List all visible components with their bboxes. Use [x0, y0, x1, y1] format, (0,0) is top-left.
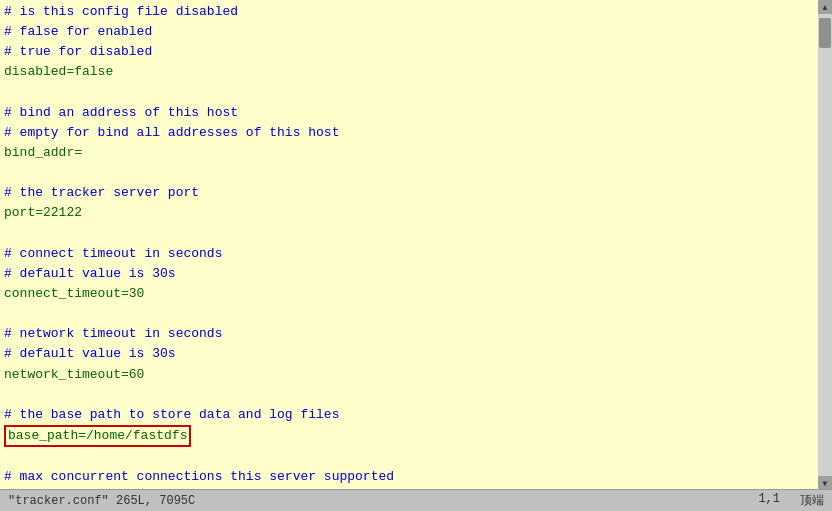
editor-line: # empty for bind all addresses of this h…	[4, 123, 824, 143]
code-area[interactable]: # is this config file disabled# false fo…	[0, 0, 832, 489]
scroll-up-button[interactable]: ▲	[818, 0, 832, 14]
editor-line	[4, 163, 824, 183]
editor-line	[4, 385, 824, 405]
editor-line: # connect timeout in seconds	[4, 244, 824, 264]
editor-line	[4, 83, 824, 103]
highlighted-code: base_path=/home/fastdfs	[4, 425, 191, 447]
editor-line: # the tracker server port	[4, 183, 824, 203]
editor-line: # bind an address of this host	[4, 103, 824, 123]
scroll-thumb[interactable]	[819, 18, 831, 48]
editor-line: max_connections=256	[4, 487, 824, 489]
editor-line: # default value is 30s	[4, 264, 824, 284]
editor-line: # is this config file disabled	[4, 2, 824, 22]
editor-line: # default value is 30s	[4, 344, 824, 364]
editor-line	[4, 224, 824, 244]
editor-line: base_path=/home/fastdfs	[4, 425, 824, 447]
editor-line: port=22122	[4, 203, 824, 223]
status-right: 1,1 顶端	[758, 492, 824, 509]
editor-line: # network timeout in seconds	[4, 324, 824, 344]
status-bar: "tracker.conf" 265L, 7095C 1,1 顶端	[0, 489, 832, 511]
editor-line: # true for disabled	[4, 42, 824, 62]
editor-line: # the base path to store data and log fi…	[4, 405, 824, 425]
scrollbar[interactable]: ▲ ▼	[818, 0, 832, 489]
editor-line: bind_addr=	[4, 143, 824, 163]
scroll-down-button[interactable]: ▼	[818, 476, 832, 489]
lines-container: # is this config file disabled# false fo…	[4, 2, 824, 489]
editor-line: # max concurrent connections this server…	[4, 467, 824, 487]
status-position: 1,1	[758, 492, 780, 509]
editor-container: # is this config file disabled# false fo…	[0, 0, 832, 489]
editor-line: connect_timeout=30	[4, 284, 824, 304]
editor-line: # false for enabled	[4, 22, 824, 42]
editor-line: disabled=false	[4, 62, 824, 82]
editor-line	[4, 447, 824, 467]
editor-line: network_timeout=60	[4, 365, 824, 385]
status-filename: "tracker.conf" 265L, 7095C	[8, 494, 195, 508]
editor-line	[4, 304, 824, 324]
status-scroll: 顶端	[800, 492, 824, 509]
